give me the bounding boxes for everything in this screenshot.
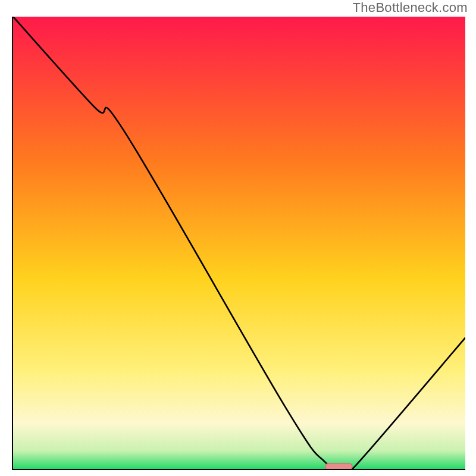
plot-inner [13, 17, 465, 469]
marker-layer [13, 17, 465, 469]
optimum-marker [325, 464, 352, 469]
chart-frame: TheBottleneck.com [0, 0, 476, 476]
watermark-text: TheBottleneck.com [353, 0, 468, 15]
plot-area [12, 17, 465, 470]
